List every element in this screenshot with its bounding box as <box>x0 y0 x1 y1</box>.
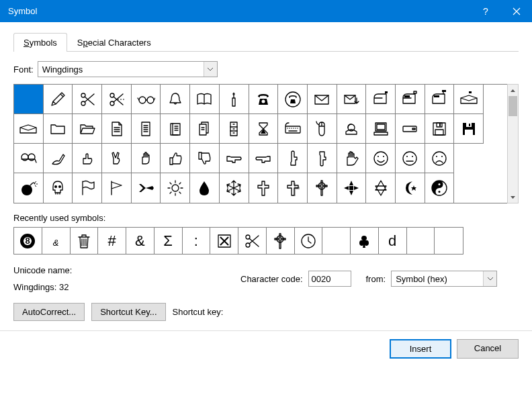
symbol-cell[interactable] <box>278 85 308 114</box>
autocorrect-button[interactable]: AutoCorrect... <box>13 303 85 321</box>
symbol-cell[interactable] <box>425 144 455 173</box>
symbol-cell[interactable] <box>14 173 44 203</box>
symbol-cell[interactable] <box>278 173 308 203</box>
recent-cell[interactable]: : <box>183 228 211 254</box>
symbol-cell[interactable] <box>132 85 161 114</box>
symbol-cell[interactable] <box>190 85 220 114</box>
font-combo[interactable]: Wingdings <box>38 61 218 77</box>
recent-cell[interactable] <box>267 228 295 254</box>
symbol-cell[interactable] <box>308 173 337 203</box>
grid-scrollbar[interactable] <box>507 84 519 203</box>
symbol-cell[interactable] <box>337 144 367 173</box>
symbol-cell[interactable] <box>102 144 132 173</box>
recent-cell[interactable] <box>210 228 238 254</box>
symbol-cell[interactable] <box>220 85 249 114</box>
symbol-cell[interactable] <box>425 85 455 114</box>
symbol-cell[interactable] <box>308 85 337 114</box>
svg-point-41 <box>433 152 446 165</box>
insert-button[interactable]: Insert <box>390 339 451 359</box>
svg-rect-31 <box>465 130 473 135</box>
symbol-cell[interactable] <box>161 85 190 114</box>
symbol-cell[interactable] <box>366 173 396 203</box>
recent-cell[interactable] <box>295 228 323 254</box>
symbol-cell[interactable] <box>278 114 308 144</box>
symbol-cell[interactable] <box>161 114 190 144</box>
recent-cell[interactable]: & <box>126 228 154 254</box>
cancel-button[interactable]: Cancel <box>457 339 519 359</box>
symbol-cell[interactable] <box>161 173 190 203</box>
symbol-cell[interactable] <box>249 85 279 114</box>
symbol-cell[interactable] <box>425 173 455 203</box>
scroll-thumb[interactable] <box>508 96 517 116</box>
symbol-cell[interactable] <box>132 173 161 203</box>
close-button[interactable] <box>501 0 532 22</box>
symbol-cell[interactable] <box>278 144 308 173</box>
recent-cell[interactable]: d <box>379 228 407 254</box>
symbol-cell[interactable] <box>102 85 132 114</box>
symbol-cell[interactable] <box>44 144 73 173</box>
symbol-cell[interactable] <box>73 144 102 173</box>
symbol-cell[interactable] <box>132 144 161 173</box>
symbol-cell[interactable] <box>454 114 484 144</box>
symbol-cell[interactable] <box>14 114 44 144</box>
symbol-cell[interactable] <box>44 85 73 114</box>
symbol-cell[interactable] <box>337 173 367 203</box>
from-combo[interactable]: Symbol (hex) <box>391 271 497 287</box>
tab-special-characters[interactable]: Special Characters <box>67 33 161 52</box>
symbol-cell[interactable] <box>425 114 455 144</box>
svg-point-37 <box>383 156 384 157</box>
recent-cell[interactable] <box>71 228 99 254</box>
symbol-cell[interactable] <box>366 144 396 173</box>
symbol-cell[interactable] <box>249 173 279 203</box>
symbol-cell[interactable] <box>190 144 220 173</box>
symbol-cell[interactable] <box>44 173 73 203</box>
symbol-cell[interactable] <box>249 144 279 173</box>
symbol-cell[interactable] <box>14 85 44 114</box>
shortcut-key-button[interactable]: Shortcut Key... <box>91 303 165 321</box>
symbol-cell[interactable] <box>454 85 484 114</box>
symbol-cell[interactable] <box>102 114 132 144</box>
recent-cell[interactable] <box>351 228 379 254</box>
symbol-cell[interactable] <box>161 144 190 173</box>
recent-cell[interactable]: 8 <box>14 228 42 254</box>
symbol-cell[interactable] <box>337 85 367 114</box>
symbol-cell[interactable] <box>396 144 425 173</box>
svg-text:8: 8 <box>26 236 30 246</box>
symbol-cell[interactable] <box>366 114 396 144</box>
symbol-cell[interactable] <box>44 114 73 144</box>
symbol-cell[interactable] <box>308 114 337 144</box>
symbol-cell[interactable] <box>73 85 102 114</box>
symbol-cell[interactable] <box>14 144 44 173</box>
symbol-cell[interactable] <box>73 114 102 144</box>
symbol-cell[interactable] <box>337 114 367 144</box>
symbol-cell[interactable] <box>249 114 279 144</box>
recent-cell[interactable]: & <box>42 228 71 254</box>
symbol-cell[interactable] <box>73 173 102 203</box>
help-button[interactable]: ? <box>470 0 501 22</box>
symbol-cell[interactable] <box>190 173 220 203</box>
svg-point-39 <box>406 156 408 157</box>
tab-symbols[interactable]: Symbols <box>13 33 67 52</box>
symbol-cell[interactable] <box>190 114 220 144</box>
close-icon <box>513 7 521 15</box>
symbol-cell[interactable] <box>220 173 249 203</box>
symbol-cell[interactable] <box>396 173 425 203</box>
symbol-cell[interactable] <box>366 85 396 114</box>
recent-cell[interactable] <box>238 228 267 254</box>
char-code-input[interactable] <box>308 271 351 287</box>
scroll-up-icon[interactable] <box>508 85 518 96</box>
recent-cell[interactable] <box>407 228 435 254</box>
symbol-cell[interactable] <box>220 144 249 173</box>
svg-rect-18 <box>285 126 300 133</box>
symbol-cell[interactable] <box>308 144 337 173</box>
symbol-cell[interactable] <box>132 114 161 144</box>
symbol-cell[interactable] <box>220 114 249 144</box>
symbol-cell[interactable] <box>102 173 132 203</box>
recent-cell[interactable] <box>435 228 463 254</box>
symbol-cell[interactable] <box>396 114 425 144</box>
scroll-down-icon[interactable] <box>508 191 518 203</box>
recent-cell[interactable]: # <box>98 228 126 254</box>
symbol-cell[interactable] <box>396 85 425 114</box>
recent-cell[interactable]: Σ <box>154 228 183 254</box>
recent-cell[interactable] <box>322 228 351 254</box>
